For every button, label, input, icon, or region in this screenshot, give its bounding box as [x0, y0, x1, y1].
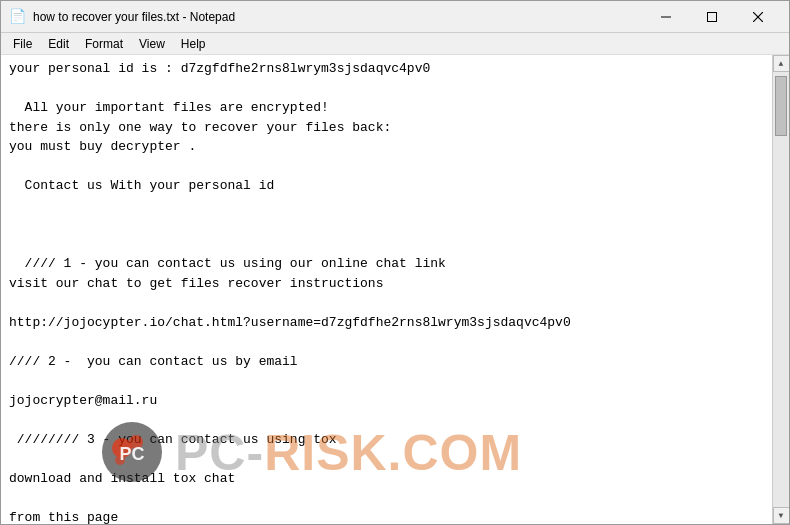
window-controls [643, 2, 781, 32]
svg-rect-0 [661, 16, 671, 17]
scrollbar-thumb[interactable] [775, 76, 787, 136]
title-bar-left: 📄 how to recover your files.txt - Notepa… [9, 9, 235, 25]
menu-help[interactable]: Help [173, 35, 214, 53]
menu-edit[interactable]: Edit [40, 35, 77, 53]
menu-file[interactable]: File [5, 35, 40, 53]
minimize-button[interactable] [643, 2, 689, 32]
text-editor[interactable]: your personal id is : d7zgfdfhe2rns8lwry… [1, 55, 772, 524]
menu-format[interactable]: Format [77, 35, 131, 53]
window-title: how to recover your files.txt - Notepad [33, 10, 235, 24]
svg-rect-1 [708, 12, 717, 21]
content-area: your personal id is : d7zgfdfhe2rns8lwry… [1, 55, 789, 524]
title-bar: 📄 how to recover your files.txt - Notepa… [1, 1, 789, 33]
menu-view[interactable]: View [131, 35, 173, 53]
maximize-button[interactable] [689, 2, 735, 32]
menu-bar: File Edit Format View Help [1, 33, 789, 55]
notepad-window: 📄 how to recover your files.txt - Notepa… [0, 0, 790, 525]
close-button[interactable] [735, 2, 781, 32]
scrollbar-track[interactable] [773, 72, 789, 507]
scroll-up-arrow[interactable]: ▲ [773, 55, 790, 72]
notepad-icon: 📄 [9, 9, 25, 25]
scroll-down-arrow[interactable]: ▼ [773, 507, 790, 524]
scrollbar[interactable]: ▲ ▼ [772, 55, 789, 524]
